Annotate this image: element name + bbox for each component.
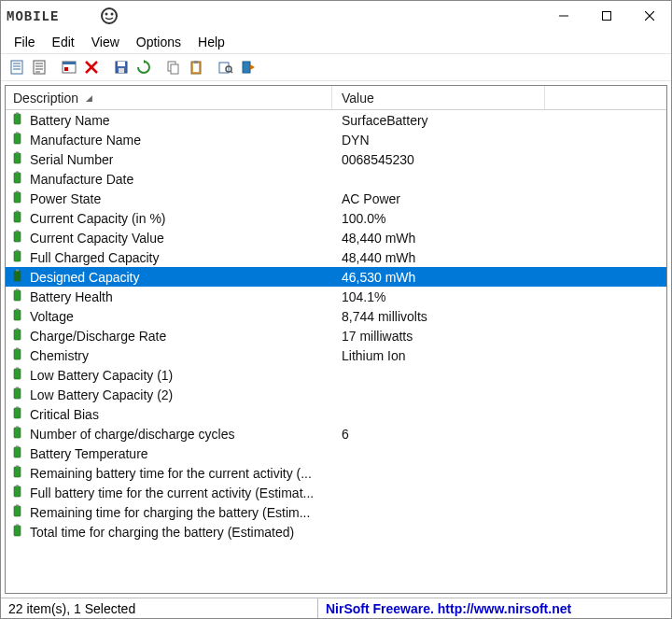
column-headers: Description ◢ Value bbox=[6, 86, 666, 110]
table-row[interactable]: Current Capacity (in %)100.0% bbox=[6, 208, 666, 228]
svg-rect-46 bbox=[16, 191, 19, 193]
cell-description: Low Battery Capacity (2) bbox=[6, 387, 332, 402]
menu-view[interactable]: View bbox=[84, 33, 127, 51]
table-row[interactable]: Number of charge/discharge cycles6 bbox=[6, 424, 666, 443]
battery-icon bbox=[11, 328, 24, 344]
svg-rect-55 bbox=[14, 290, 21, 301]
cell-description-label: Current Capacity (in %) bbox=[30, 211, 166, 226]
cell-description: Full Charged Capacity bbox=[6, 249, 332, 265]
cell-description-label: Serial Number bbox=[30, 152, 113, 167]
svg-rect-38 bbox=[16, 113, 19, 115]
table-row[interactable]: Designed Capacity46,530 mWh bbox=[6, 267, 666, 287]
cell-value: 48,440 mWh bbox=[332, 231, 666, 246]
table-row[interactable]: Critical Bias bbox=[6, 404, 666, 424]
cell-description: Low Battery Capacity (1) bbox=[6, 367, 332, 383]
save-icon[interactable] bbox=[111, 57, 132, 77]
close-button[interactable] bbox=[628, 1, 671, 31]
table-row[interactable]: Voltage8,744 millivolts bbox=[6, 306, 666, 326]
column-description[interactable]: Description ◢ bbox=[6, 86, 332, 109]
battery-icon bbox=[11, 269, 24, 285]
svg-rect-57 bbox=[14, 310, 21, 320]
svg-rect-76 bbox=[16, 485, 19, 487]
table-row[interactable]: Low Battery Capacity (2) bbox=[6, 385, 666, 404]
svg-rect-71 bbox=[14, 447, 21, 457]
svg-rect-78 bbox=[16, 505, 19, 507]
table-row[interactable]: Manufacture Date bbox=[6, 169, 666, 189]
cell-value: 104.1% bbox=[332, 289, 666, 304]
svg-rect-80 bbox=[16, 525, 19, 527]
cell-description-label: Remaining time for charging the battery … bbox=[30, 505, 310, 520]
table-row[interactable]: Full Charged Capacity48,440 mWh bbox=[6, 247, 666, 267]
battery-icon bbox=[11, 524, 24, 540]
table-row[interactable]: Current Capacity Value48,440 mWh bbox=[6, 228, 666, 247]
list-view: Description ◢ Value Battery NameSurfaceB… bbox=[5, 85, 667, 594]
table-row[interactable]: Remaining battery time for the current a… bbox=[6, 463, 666, 483]
refresh-icon[interactable] bbox=[133, 57, 154, 77]
svg-rect-28 bbox=[171, 64, 178, 74]
battery-icon bbox=[11, 230, 24, 246]
battery-icon bbox=[11, 308, 24, 324]
window-controls bbox=[542, 1, 671, 31]
cell-value: 100.0% bbox=[332, 211, 666, 226]
properties-icon[interactable] bbox=[7, 57, 27, 77]
cell-description: Voltage bbox=[6, 308, 332, 324]
app-window: MOBILE File Edit View Options Help bbox=[0, 0, 672, 619]
svg-rect-19 bbox=[63, 62, 76, 64]
battery-icon bbox=[11, 190, 24, 206]
battery-icon bbox=[11, 465, 24, 481]
battery-icon bbox=[11, 347, 24, 363]
cell-description-label: Low Battery Capacity (1) bbox=[30, 368, 173, 383]
svg-rect-31 bbox=[194, 61, 198, 63]
find-icon[interactable] bbox=[216, 57, 236, 77]
table-row[interactable]: Charge/Discharge Rate17 milliwatts bbox=[6, 326, 666, 345]
column-value[interactable]: Value bbox=[332, 86, 545, 109]
table-row[interactable]: ChemistryLithium Ion bbox=[6, 345, 666, 365]
cell-description-label: Critical Bias bbox=[30, 407, 99, 422]
status-branding: NirSoft Freeware. http://www.nirsoft.net bbox=[318, 598, 671, 618]
minimize-button[interactable] bbox=[542, 1, 585, 31]
menu-help[interactable]: Help bbox=[190, 33, 232, 51]
exit-icon[interactable] bbox=[238, 57, 259, 77]
svg-rect-68 bbox=[16, 407, 19, 409]
table-row[interactable]: Full battery time for the current activi… bbox=[6, 483, 666, 502]
cell-description-label: Manufacture Name bbox=[30, 133, 141, 148]
cell-description-label: Charge/Discharge Rate bbox=[30, 329, 166, 344]
delete-icon[interactable] bbox=[81, 57, 102, 77]
nirsoft-link[interactable]: NirSoft Freeware. http://www.nirsoft.net bbox=[326, 601, 571, 616]
table-row[interactable]: Battery NameSurfaceBattery bbox=[6, 110, 666, 130]
menu-file[interactable]: File bbox=[7, 33, 43, 51]
table-row[interactable]: Power StateAC Power bbox=[6, 189, 666, 208]
options-icon[interactable] bbox=[59, 57, 79, 77]
maximize-button[interactable] bbox=[585, 1, 628, 31]
column-description-label: Description bbox=[13, 91, 78, 106]
table-row[interactable]: Manufacture NameDYN bbox=[6, 130, 666, 149]
menu-options[interactable]: Options bbox=[129, 33, 189, 51]
report-icon[interactable] bbox=[29, 57, 49, 77]
svg-rect-77 bbox=[14, 506, 21, 516]
svg-rect-72 bbox=[16, 446, 19, 448]
table-row[interactable]: Low Battery Capacity (1) bbox=[6, 365, 666, 385]
copy-icon[interactable] bbox=[163, 57, 184, 77]
table-row[interactable]: Serial Number0068545230 bbox=[6, 149, 666, 169]
cell-description: Remaining time for charging the battery … bbox=[6, 504, 332, 520]
table-row[interactable]: Remaining time for charging the battery … bbox=[6, 502, 666, 522]
svg-rect-50 bbox=[16, 231, 19, 232]
cell-description: Battery Temperature bbox=[6, 445, 332, 461]
battery-icon bbox=[11, 210, 24, 226]
toolbar bbox=[1, 53, 671, 81]
cell-description-label: Low Battery Capacity (2) bbox=[30, 387, 173, 402]
table-row[interactable]: Battery Health104.1% bbox=[6, 287, 666, 306]
table-row[interactable]: Battery Temperature bbox=[6, 443, 666, 463]
cell-description: Critical Bias bbox=[6, 406, 332, 422]
battery-icon bbox=[11, 171, 24, 187]
svg-rect-42 bbox=[16, 152, 19, 154]
cell-description-label: Battery Temperature bbox=[30, 446, 148, 461]
menu-edit[interactable]: Edit bbox=[45, 33, 82, 51]
svg-rect-60 bbox=[16, 329, 19, 331]
table-row[interactable]: Total time for charging the battery (Est… bbox=[6, 522, 666, 542]
battery-icon bbox=[11, 485, 24, 500]
svg-rect-70 bbox=[16, 427, 19, 429]
cell-description-label: Battery Health bbox=[30, 289, 113, 304]
clipboard-icon[interactable] bbox=[186, 57, 206, 77]
cell-description-label: Designed Capacity bbox=[30, 270, 140, 285]
